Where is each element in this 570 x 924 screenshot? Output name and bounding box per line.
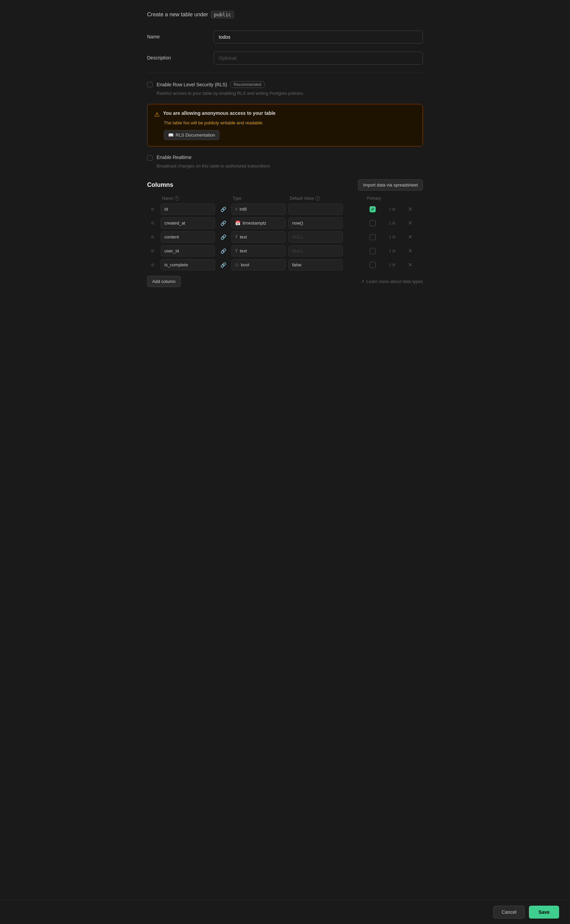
learn-more-label: Learn more about data types <box>366 279 423 284</box>
drag-handle[interactable]: ≡ <box>147 262 158 268</box>
order-number: 1 <box>389 221 391 225</box>
delete-column-button[interactable]: ✕ <box>408 206 416 212</box>
default-cell: ≡ <box>288 245 343 256</box>
rls-description: Restrict access to your table by enablin… <box>156 91 423 96</box>
default-value-input[interactable] <box>289 218 343 228</box>
type-value: text <box>240 248 247 253</box>
type-icon-calendar: 📅 <box>235 221 241 225</box>
external-link-icon: ↗ <box>361 279 365 284</box>
description-label: Description <box>147 52 208 60</box>
realtime-section: Enable Realtime Broadcast changes on thi… <box>147 155 423 169</box>
type-cell[interactable]: 📅 timestamptz <box>231 218 286 228</box>
delete-column-button[interactable]: ✕ <box>408 262 416 268</box>
table-row: ≡ 🔗 T text ≡ 1 ⚙ ✕ <box>147 231 423 242</box>
default-cell: ≡ <box>288 231 343 242</box>
name-field-row: Name <box>147 31 423 43</box>
realtime-label: Enable Realtime <box>156 155 192 160</box>
realtime-checkbox-row: Enable Realtime <box>147 155 423 161</box>
column-name-input[interactable] <box>161 231 215 242</box>
type-cell[interactable]: ⊙ bool <box>231 259 286 270</box>
warning-box: ⚠ You are allowing anonymous access to y… <box>147 104 423 146</box>
type-icon-text: T <box>235 248 238 253</box>
type-value: int8 <box>239 207 247 211</box>
delete-column-button[interactable]: ✕ <box>408 220 416 226</box>
warning-title: You are allowing anonymous access to you… <box>163 110 276 116</box>
type-icon-text: T <box>235 234 238 239</box>
drag-handle[interactable]: ≡ <box>147 248 158 254</box>
save-button[interactable]: Save <box>529 906 559 919</box>
type-cell[interactable]: T text <box>231 245 286 256</box>
order-number: 1 <box>389 263 391 267</box>
rls-label: Enable Row Level Security (RLS) <box>156 82 227 87</box>
link-icon[interactable]: 🔗 <box>218 207 228 212</box>
name-input[interactable] <box>214 31 423 43</box>
type-value: bool <box>241 262 249 267</box>
realtime-description: Broadcast changes on this table to autho… <box>156 163 423 169</box>
delete-column-button[interactable]: ✕ <box>408 248 416 254</box>
warning-subtitle: The table foo will be publicly writable … <box>164 120 416 126</box>
type-cell[interactable]: T text <box>231 231 286 242</box>
rls-doc-button[interactable]: 📖 RLS Documentation <box>164 130 219 140</box>
order-number: 1 <box>389 235 391 239</box>
warning-header: ⚠ You are allowing anonymous access to y… <box>154 110 416 118</box>
description-input[interactable] <box>214 52 423 64</box>
type-value: text <box>240 234 247 239</box>
primary-cell <box>359 234 386 240</box>
settings-button[interactable]: 1 ⚙ <box>389 235 405 239</box>
col-header-primary: Primary <box>360 196 388 201</box>
drag-handle[interactable]: ≡ <box>147 206 158 212</box>
primary-cell <box>359 262 386 268</box>
primary-checkbox[interactable] <box>369 262 376 268</box>
table-row: ≡ 🔗 📅 timestamptz ≡ 1 ⚙ ✕ <box>147 218 423 228</box>
type-cell[interactable]: # int8 <box>231 204 286 215</box>
realtime-checkbox[interactable] <box>147 155 153 161</box>
link-icon[interactable]: 🔗 <box>218 248 228 254</box>
column-name-input[interactable] <box>161 259 215 270</box>
default-value-input[interactable] <box>289 204 343 215</box>
primary-checkbox[interactable] <box>369 206 376 212</box>
add-column-button[interactable]: Add column <box>147 276 181 287</box>
default-value-input[interactable] <box>289 259 343 270</box>
settings-button[interactable]: 1 ⚙ <box>389 249 405 253</box>
import-spreadsheet-button[interactable]: Import data via spreadsheet <box>358 179 423 191</box>
primary-checkbox[interactable] <box>369 234 376 240</box>
primary-checkbox[interactable] <box>369 248 376 254</box>
settings-button[interactable]: 1 ⚙ <box>389 221 405 225</box>
rls-checkbox[interactable] <box>147 82 153 87</box>
type-value: timestamptz <box>242 221 266 225</box>
column-name-input[interactable] <box>161 218 215 228</box>
primary-cell <box>359 220 386 226</box>
primary-checkbox[interactable] <box>369 220 376 226</box>
cancel-button[interactable]: Cancel <box>493 906 525 919</box>
rls-label-group: Enable Row Level Security (RLS) Recommen… <box>156 81 265 88</box>
link-icon[interactable]: 🔗 <box>218 234 228 240</box>
drag-handle[interactable]: ≡ <box>147 234 158 240</box>
default-value-input[interactable] <box>289 245 343 256</box>
schema-badge: public <box>211 11 234 18</box>
delete-column-button[interactable]: ✕ <box>408 234 416 240</box>
gear-icon: ⚙ <box>392 263 396 267</box>
type-icon-bool: ⊙ <box>235 262 239 267</box>
column-name-input[interactable] <box>161 245 215 256</box>
order-number: 1 <box>389 207 391 211</box>
table-row: ≡ 🔗 ⊙ bool ≡ 1 ⚙ ✕ <box>147 259 423 270</box>
col-header-name: Name ? <box>162 196 216 201</box>
link-icon[interactable]: 🔗 <box>218 262 228 268</box>
link-icon[interactable]: 🔗 <box>218 221 228 226</box>
settings-button[interactable]: 1 ⚙ <box>389 263 405 267</box>
rls-doc-label: RLS Documentation <box>176 132 215 138</box>
default-cell: ≡ <box>288 204 343 215</box>
rls-section: Enable Row Level Security (RLS) Recommen… <box>147 81 423 96</box>
warning-icon: ⚠ <box>154 111 160 118</box>
drag-handle[interactable]: ≡ <box>147 220 158 226</box>
learn-more-link[interactable]: ↗ Learn more about data types <box>361 279 423 284</box>
default-value-input[interactable] <box>289 232 343 242</box>
settings-button[interactable]: 1 ⚙ <box>389 207 405 211</box>
column-headers: Name ? Type Default Value ? Primary <box>147 196 423 204</box>
col-header-default: Default Value ? <box>290 196 344 201</box>
book-icon: 📖 <box>168 132 173 138</box>
gear-icon: ⚙ <box>392 207 396 211</box>
description-field-row: Description <box>147 52 423 64</box>
order-number: 1 <box>389 249 391 253</box>
column-name-input[interactable] <box>161 204 215 215</box>
